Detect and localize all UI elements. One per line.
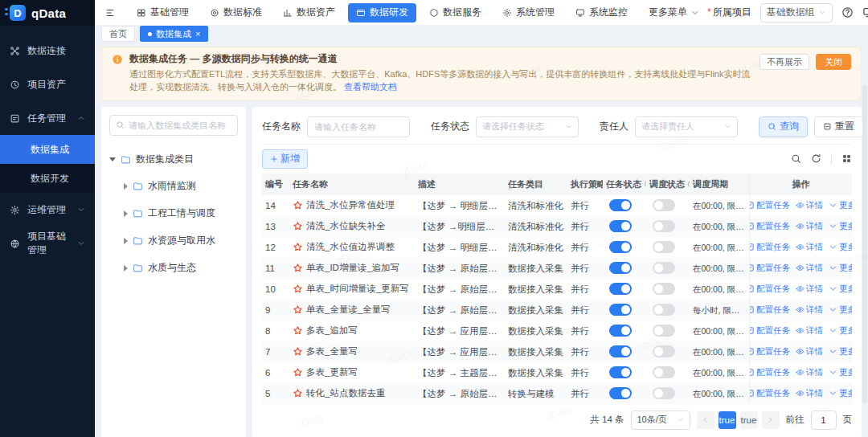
sidebar-item[interactable]: 项目资产 xyxy=(0,67,95,101)
configure-task-link[interactable]: 配置任务 xyxy=(749,284,790,295)
topnav-item[interactable]: 数据资产 xyxy=(275,3,343,22)
tree-root[interactable]: 数据集成类目 xyxy=(109,147,238,173)
filter-status-label: 任务状态 xyxy=(431,120,469,133)
configure-task-link[interactable]: 配置任务 xyxy=(749,221,790,232)
detail-link[interactable]: 详情 xyxy=(796,325,823,337)
configure-task-link[interactable]: 配置任务 xyxy=(749,200,790,211)
close-banner-button[interactable]: 关闭 xyxy=(816,54,851,70)
task-status-toggle[interactable] xyxy=(609,345,632,357)
task-status-toggle[interactable] xyxy=(609,283,632,295)
detail-link[interactable]: 详情 xyxy=(796,242,823,253)
sidebar-item[interactable]: 任务管理 xyxy=(0,101,95,135)
detail-link[interactable]: 详情 xyxy=(796,367,823,378)
task-name-input[interactable] xyxy=(307,116,410,137)
more-link[interactable]: 更多 xyxy=(829,346,852,357)
tab[interactable]: 首页 xyxy=(101,26,135,42)
help-icon[interactable] xyxy=(841,6,854,18)
schedule-status-toggle[interactable] xyxy=(653,262,675,274)
more-link[interactable]: 更多 xyxy=(829,284,852,295)
detail-link[interactable]: 详情 xyxy=(796,388,823,399)
schedule-status-toggle[interactable] xyxy=(653,220,675,232)
detail-link[interactable]: 详情 xyxy=(796,304,823,316)
task-status-toggle[interactable] xyxy=(609,262,632,274)
topnav-item[interactable]: 系统管理 xyxy=(494,3,563,22)
task-status-toggle[interactable] xyxy=(609,304,632,316)
task-status-toggle[interactable] xyxy=(609,199,632,211)
pagination-next[interactable] xyxy=(762,411,780,429)
schedule-status-toggle[interactable] xyxy=(653,283,675,295)
table-refresh-icon[interactable] xyxy=(811,153,821,164)
schedule-status-toggle[interactable] xyxy=(653,199,675,211)
schedule-status-cell xyxy=(646,241,690,253)
goto-page-input[interactable] xyxy=(811,410,837,430)
detail-link[interactable]: 详情 xyxy=(796,263,823,274)
pagination-prev[interactable] xyxy=(697,411,714,429)
more-link[interactable]: 更多 xyxy=(829,200,852,211)
tree-search-input[interactable] xyxy=(129,120,231,130)
tree-node[interactable]: 水资源与取用水 xyxy=(109,227,238,255)
page-size-select[interactable]: 10条/页 xyxy=(631,410,690,430)
query-button[interactable]: 查询 xyxy=(759,116,808,137)
filter-status: 任务状态 请选择任务状态 xyxy=(431,116,579,137)
add-button[interactable]: 新增 xyxy=(262,149,308,169)
more-link[interactable]: 更多 xyxy=(829,388,852,399)
task-status-toggle[interactable] xyxy=(609,366,632,378)
configure-task-link[interactable]: 配置任务 xyxy=(749,388,790,399)
more-link[interactable]: 更多 xyxy=(829,325,852,337)
tree-node-label: 工程工情与调度 xyxy=(148,206,215,220)
config-icon xyxy=(749,284,755,293)
more-link[interactable]: 更多 xyxy=(829,367,852,378)
topnav-item[interactable]: 数据服务 xyxy=(421,3,489,22)
banner-title: 数据集成任务 — 多源数据同步与转换的统一通道 xyxy=(129,52,753,66)
tree-node[interactable]: 工程工情与调度 xyxy=(109,200,238,227)
dismiss-button[interactable]: 不再展示 xyxy=(760,54,809,70)
table-search-icon[interactable] xyxy=(791,153,801,164)
task-status-toggle[interactable] xyxy=(609,325,632,337)
detail-link[interactable]: 详情 xyxy=(796,346,823,357)
more-link[interactable]: 更多 xyxy=(829,263,852,274)
configure-task-link[interactable]: 配置任务 xyxy=(749,263,790,274)
configure-task-link[interactable]: 配置任务 xyxy=(749,346,790,357)
task-status-toggle[interactable] xyxy=(609,387,632,399)
project-select[interactable]: 基础数据组 xyxy=(760,3,833,22)
detail-link[interactable]: 详情 xyxy=(796,221,823,232)
column-settings-icon[interactable] xyxy=(841,153,852,164)
topnav-item[interactable]: 更多菜单 xyxy=(641,3,707,22)
sidebar-item[interactable]: 数据连接 xyxy=(0,34,95,67)
sidebar-subitem[interactable]: 数据开发 xyxy=(0,164,95,193)
configure-task-link[interactable]: 配置任务 xyxy=(749,304,790,316)
owner-select[interactable]: 请选择责任人 xyxy=(635,116,738,137)
task-status-toggle[interactable] xyxy=(609,220,632,232)
topnav-item[interactable]: 基础管理 xyxy=(129,3,197,22)
schedule-status-toggle[interactable] xyxy=(653,304,675,316)
topnav-item[interactable]: 数据标准 xyxy=(202,3,270,22)
sidebar-subitem[interactable]: 数据集成 xyxy=(0,135,95,164)
configure-task-link[interactable]: 配置任务 xyxy=(749,367,790,378)
collapse-sidebar-icon[interactable] xyxy=(104,8,116,18)
task-status-toggle[interactable] xyxy=(609,241,632,253)
schedule-status-toggle[interactable] xyxy=(653,366,675,378)
more-link[interactable]: 更多 xyxy=(829,304,852,316)
task-status-select[interactable]: 请选择任务状态 xyxy=(476,116,579,137)
sidebar-item[interactable]: 项目基础管理 xyxy=(0,227,95,260)
schedule-status-toggle[interactable] xyxy=(653,345,675,357)
configure-task-link[interactable]: 配置任务 xyxy=(749,325,790,337)
notification-icon[interactable]: 65 xyxy=(862,6,868,18)
help-doc-link[interactable]: 查看帮助文档 xyxy=(344,82,397,92)
schedule-status-toggle[interactable] xyxy=(653,241,675,253)
sidebar-item[interactable]: 运维管理 xyxy=(0,193,95,227)
detail-link[interactable]: 详情 xyxy=(796,284,823,295)
filter-name-label: 任务名称 xyxy=(262,120,301,133)
schedule-status-toggle[interactable] xyxy=(653,325,675,337)
more-link[interactable]: 更多 xyxy=(829,242,852,253)
topnav-item[interactable]: 系统监控 xyxy=(567,3,636,22)
tree-node[interactable]: 水质与生态 xyxy=(109,255,238,282)
detail-link[interactable]: 详情 xyxy=(796,200,823,211)
tab[interactable]: 数据集成× xyxy=(140,26,208,42)
topnav-item[interactable]: 数据研发 xyxy=(348,3,416,22)
more-link[interactable]: 更多 xyxy=(829,221,852,232)
schedule-status-toggle[interactable] xyxy=(653,387,675,399)
reset-button[interactable]: 重置 xyxy=(814,116,863,137)
tree-node[interactable]: 水雨情监测 xyxy=(109,173,238,200)
configure-task-link[interactable]: 配置任务 xyxy=(749,242,790,253)
